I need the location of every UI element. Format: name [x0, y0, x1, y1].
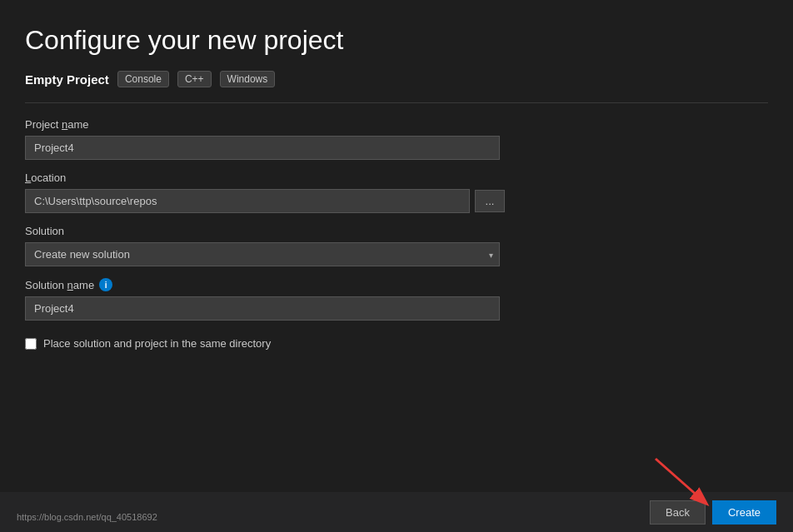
solution-name-input[interactable]	[25, 296, 500, 321]
solution-group: Solution Create new solution Add to solu…	[25, 225, 768, 266]
same-directory-row: Place solution and project in the same d…	[25, 337, 768, 350]
back-button[interactable]: Back	[650, 500, 706, 525]
divider	[25, 102, 768, 103]
location-label: Location	[25, 172, 768, 184]
create-button[interactable]: Create	[712, 500, 776, 525]
location-group: Location ...	[25, 172, 768, 213]
badge-windows: Windows	[220, 71, 276, 87]
footer: https://blog.csdn.net/qq_40518692 Back C…	[0, 492, 793, 532]
solution-name-group: Solution name i	[25, 278, 768, 321]
project-name-group: Project name	[25, 118, 768, 160]
project-name-input[interactable]	[25, 136, 500, 160]
same-directory-checkbox[interactable]	[25, 338, 37, 350]
project-type-label: Empty Project	[25, 72, 109, 87]
solution-label: Solution	[25, 225, 768, 237]
project-type-row: Empty Project Console C++ Windows	[25, 71, 768, 87]
location-row: ...	[25, 189, 768, 213]
main-container: Configure your new project Empty Project…	[0, 0, 793, 532]
solution-select[interactable]: Create new solution Add to solution	[25, 242, 500, 266]
solution-name-info-icon[interactable]: i	[99, 278, 112, 291]
same-directory-label[interactable]: Place solution and project in the same d…	[43, 337, 271, 350]
solution-name-label: Solution name	[25, 279, 94, 291]
url-hint: https://blog.csdn.net/qq_40518692	[17, 512, 157, 522]
page-title: Configure your new project	[25, 25, 768, 56]
solution-name-label-row: Solution name i	[25, 278, 768, 291]
badge-cpp: C++	[177, 71, 212, 87]
badge-console: Console	[117, 71, 169, 87]
location-input[interactable]	[25, 189, 470, 213]
project-name-label: Project name	[25, 118, 768, 131]
browse-button[interactable]: ...	[475, 190, 505, 212]
solution-select-wrapper: Create new solution Add to solution ▾	[25, 242, 500, 266]
